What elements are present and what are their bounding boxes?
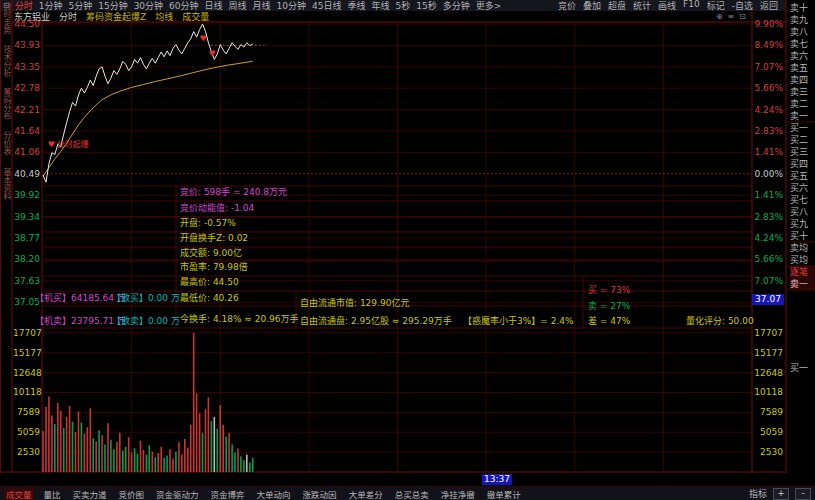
orderbook-strip-item-4[interactable]: 卖六 — [790, 50, 808, 62]
zoom-in-button[interactable]: + — [773, 488, 789, 500]
bottom-tab-bar: 成交量量比买卖力道竞价图资金驱动力资金博弈大单动向涨跌动因大单差分总买总卖净挂净… — [0, 487, 815, 500]
orderbook-strip: 卖十卖九卖八卖七卖六卖五卖四卖三卖二卖一买一买二买三买四买五买六买七买八买九买十… — [788, 0, 815, 500]
orderbook-strip-item-6[interactable]: 卖四 — [790, 74, 808, 86]
orderbook-strip-item-5[interactable]: 卖五 — [790, 62, 808, 74]
orderbook-strip-item-3[interactable]: 卖七 — [790, 38, 808, 50]
bottom-tab-6[interactable]: 大单动向 — [255, 488, 293, 500]
bottom-tab-4[interactable]: 资金驱动力 — [154, 488, 201, 500]
orderbook-strip-item-15[interactable]: 买六 — [790, 182, 808, 194]
orderbook-strip-item-2[interactable]: 卖八 — [790, 26, 808, 38]
orderbook-strip-item-7[interactable]: 卖三 — [790, 86, 808, 98]
intraday-chart[interactable] — [0, 0, 815, 500]
bottom-tab-9[interactable]: 总买总卖 — [393, 488, 431, 500]
orderbook-strip-item-23[interactable]: 卖一 — [790, 278, 808, 290]
orderbook-strip-item-17[interactable]: 买八 — [790, 206, 808, 218]
orderbook-strip-item-13[interactable]: 买四 — [790, 158, 808, 170]
orderbook-strip-item-21[interactable]: 买均 — [790, 254, 808, 266]
indicator-button[interactable]: 指标 — [749, 487, 767, 500]
orderbook-strip-item-20[interactable]: 卖均 — [790, 242, 808, 254]
bottom-tab-8[interactable]: 大单差分 — [347, 488, 385, 500]
bottom-tab-10[interactable]: 净挂净撤 — [439, 488, 477, 500]
orderbook-strip-item-0[interactable]: 卖十 — [790, 2, 808, 14]
orderbook-strip-item-9[interactable]: 卖一 — [790, 110, 808, 122]
orderbook-strip-item-1[interactable]: 卖九 — [790, 14, 808, 26]
orderbook-strip-item-10[interactable]: 买一 — [790, 122, 808, 134]
orderbook-strip-item-19[interactable]: 买十 — [790, 230, 808, 242]
orderbook-strip-item-8[interactable]: 卖二 — [790, 98, 808, 110]
bottom-tab-11[interactable]: 撤单累计 — [485, 488, 523, 500]
bottom-tab-1[interactable]: 量比 — [42, 488, 63, 500]
bottom-tab-3[interactable]: 竞价图 — [117, 488, 147, 500]
bottom-tab-5[interactable]: 资金博弈 — [209, 488, 247, 500]
orderbook-strip-item-16[interactable]: 买七 — [790, 194, 808, 206]
volume-indicator-tabs: 成交量量比买卖力道竞价图资金驱动力资金博弈大单动向涨跌动因大单差分总买总卖净挂净… — [4, 488, 523, 500]
bottom-tab-7[interactable]: 涨跌动因 — [301, 488, 339, 500]
orderbook-strip-item-18[interactable]: 买九 — [790, 218, 808, 230]
orderbook-strip-item-12[interactable]: 买三 — [790, 146, 808, 158]
trading-app-window: ⊡ 分时1分钟5分钟15分钟30分钟60分钟日线周线月线10分钟45日线季线年线… — [0, 0, 815, 500]
orderbook-strip-item-11[interactable]: 买二 — [790, 134, 808, 146]
orderbook-lone-item[interactable]: 买一 — [790, 362, 808, 374]
bottom-tab-2[interactable]: 买卖力道 — [71, 488, 109, 500]
orderbook-strip-item-14[interactable]: 买五 — [790, 170, 808, 182]
time-axis — [0, 473, 815, 486]
bottom-tab-0[interactable]: 成交量 — [4, 488, 34, 500]
